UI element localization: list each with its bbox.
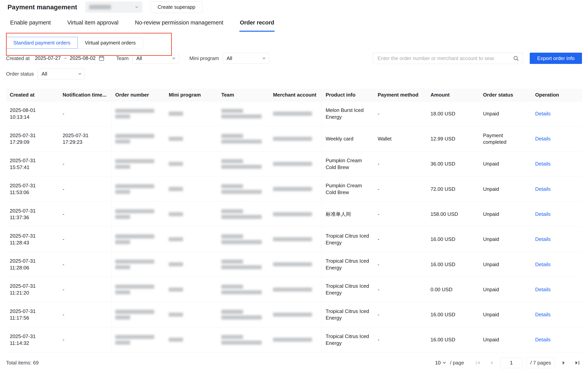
details-link[interactable]: Details xyxy=(535,211,551,217)
create-superapp-button[interactable]: Create superapp xyxy=(151,1,202,13)
redacted-text xyxy=(169,287,183,292)
redacted-text xyxy=(169,162,183,166)
date-range-picker[interactable]: 2025-07-27 ~ 2025-08-02 xyxy=(33,54,106,63)
export-order-info-button[interactable]: Export order info xyxy=(530,53,582,64)
redacted-text xyxy=(273,112,312,115)
cell-operation: Details xyxy=(531,176,582,201)
column-header-amount: Amount xyxy=(427,89,479,101)
cell-status: Payment completed xyxy=(479,126,531,151)
cell-operation: Details xyxy=(531,277,582,302)
redacted-text xyxy=(115,240,130,244)
toggle-standard-payment-orders[interactable]: Standard payment orders xyxy=(6,37,78,49)
redacted-text xyxy=(115,114,130,118)
cell-product: Pumpkin Cream Cold Brew xyxy=(322,151,374,176)
redacted-text xyxy=(169,212,183,216)
cell-amount: 16.00 USD xyxy=(427,302,479,327)
cell-mini-program xyxy=(165,202,217,227)
details-link[interactable]: Details xyxy=(535,337,551,342)
table-header-row: Created atNotification time...Order numb… xyxy=(6,89,582,101)
cell-created: 2025-07-3111:21:20 xyxy=(6,277,59,302)
next-page-button[interactable] xyxy=(559,358,569,368)
cell-product: Tropical Citrus Iced Energy xyxy=(322,277,374,302)
redacted-text xyxy=(221,335,243,339)
date-to-value[interactable]: 2025-08-02 xyxy=(70,55,95,61)
cell-method: - xyxy=(374,176,427,201)
last-page-button[interactable] xyxy=(572,358,582,368)
redacted-text xyxy=(273,287,312,292)
page-size-value: 10 xyxy=(435,360,441,366)
redacted-text xyxy=(221,341,262,345)
redacted-text xyxy=(221,290,262,294)
cell-created: 2025-07-3111:14:32 xyxy=(6,327,59,352)
cell-mini-program xyxy=(165,277,217,302)
team-select[interactable]: All xyxy=(132,53,179,64)
cell-operation: Details xyxy=(531,126,582,151)
toggle-virtual-payment-orders[interactable]: Virtual payment orders xyxy=(77,37,143,49)
cell-mini-program xyxy=(165,252,217,277)
tab-virtual-item-approval[interactable]: Virtual item approval xyxy=(67,17,119,32)
redacted-text xyxy=(221,260,243,264)
details-link[interactable]: Details xyxy=(535,286,551,292)
column-header-team: Team xyxy=(217,89,269,101)
redacted-text xyxy=(115,165,130,169)
cell-merchant xyxy=(269,327,322,352)
table-row: 2025-07-3111:28:43-Tropical Citrus Iced … xyxy=(6,227,582,252)
calendar-icon[interactable] xyxy=(99,55,104,61)
details-link[interactable]: Details xyxy=(535,161,551,167)
cell-notification: - xyxy=(59,176,111,201)
cell-team xyxy=(217,101,269,126)
redacted-text xyxy=(115,315,130,319)
column-header-method: Payment method xyxy=(374,89,427,101)
page-size-select[interactable]: 10 xyxy=(435,360,446,366)
details-link[interactable]: Details xyxy=(535,111,551,116)
tab-order-record[interactable]: Order record xyxy=(239,17,275,32)
team-label: Team xyxy=(116,55,129,61)
cell-merchant xyxy=(269,302,322,327)
tab-bar: Enable payment Virtual item approval No-… xyxy=(0,17,588,32)
cell-status: Unpaid xyxy=(479,101,531,126)
column-header-merchant: Merchant account xyxy=(269,89,322,101)
mini-program-select-value: All xyxy=(227,55,232,61)
redacted-text xyxy=(273,212,312,216)
cell-team xyxy=(217,126,269,151)
cell-merchant xyxy=(269,176,322,201)
current-page-input[interactable]: 1 xyxy=(500,358,523,368)
cell-notification: - xyxy=(59,227,111,252)
cell-product: Tropical Citrus Iced Energy xyxy=(322,302,374,327)
redacted-text xyxy=(115,290,130,294)
cell-created: 2025-07-3111:37:36 xyxy=(6,202,59,227)
cell-product: 标准单人间 xyxy=(322,202,374,227)
cell-amount: 12.99 USD xyxy=(427,126,479,151)
table-row: 2025-07-3115:57:41-Pumpkin Cream Cold Br… xyxy=(6,151,582,176)
redacted-text xyxy=(169,137,183,141)
cell-team xyxy=(217,277,269,302)
cell-team xyxy=(217,302,269,327)
search-icon[interactable] xyxy=(513,55,519,61)
tab-no-review-permission[interactable]: No-review permission management xyxy=(134,17,224,32)
previous-page-button[interactable] xyxy=(487,358,496,368)
details-link[interactable]: Details xyxy=(535,236,551,242)
app-select[interactable] xyxy=(85,1,142,13)
cell-method: - xyxy=(374,202,427,227)
redacted-text xyxy=(221,114,262,118)
search-input[interactable] xyxy=(377,55,513,62)
cell-method: - xyxy=(374,151,427,176)
details-link[interactable]: Details xyxy=(535,186,551,192)
first-page-button[interactable] xyxy=(473,358,483,368)
details-link[interactable]: Details xyxy=(535,312,551,317)
cell-status: Unpaid xyxy=(479,176,531,201)
redacted-text xyxy=(115,234,154,238)
date-from-value[interactable]: 2025-07-27 xyxy=(35,55,61,61)
order-status-select[interactable]: All xyxy=(38,69,85,79)
cell-amount: 16.00 USD xyxy=(427,252,479,277)
tab-enable-payment[interactable]: Enable payment xyxy=(10,17,51,32)
details-link[interactable]: Details xyxy=(535,136,551,142)
redacted-text xyxy=(273,338,312,342)
redacted-text xyxy=(221,215,262,219)
table-row: 2025-07-3111:53:06-Pumpkin Cream Cold Br… xyxy=(6,176,582,201)
cell-order-number xyxy=(111,252,165,277)
details-link[interactable]: Details xyxy=(535,262,551,267)
column-header-status: Order status xyxy=(479,89,531,101)
mini-program-select[interactable]: All xyxy=(223,53,269,64)
redacted-text xyxy=(115,265,130,269)
